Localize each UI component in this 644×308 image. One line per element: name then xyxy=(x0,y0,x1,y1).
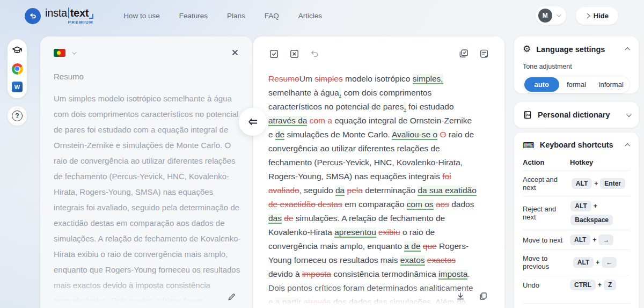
svg-text:Aa: Aa xyxy=(526,113,531,116)
deleted-text[interactable]: aos xyxy=(436,200,449,209)
source-text-panel: ✕ Resumo Um simples modelo isotrópico se… xyxy=(40,36,252,308)
keyboard-shortcuts-header[interactable]: ⌨ Keyboard shortcuts xyxy=(523,133,630,157)
language-settings-header[interactable]: ⚙ Language settings xyxy=(523,36,630,62)
reject-all-button[interactable] xyxy=(289,48,299,59)
inserted-text[interactable]: a partir xyxy=(275,297,301,307)
chevron-down-icon xyxy=(72,50,76,54)
shortcut-keys: ALT+→ xyxy=(570,234,630,245)
inserted-text[interactable]: imposta xyxy=(438,269,467,280)
help-button[interactable]: ? xyxy=(8,106,27,126)
keyboard-icon: ⌨ xyxy=(523,141,535,149)
deleted-text[interactable]: pela xyxy=(347,186,363,195)
tone-option-informal[interactable]: informal xyxy=(594,77,628,92)
deleted-text[interactable]: que xyxy=(423,241,437,251)
edit-pencil-icon[interactable] xyxy=(227,292,236,302)
inserted-text[interactable]: Avaliou-se o xyxy=(392,130,437,140)
keycap: Backspace xyxy=(570,215,613,225)
hide-label: Hide xyxy=(594,12,609,20)
keycap: → xyxy=(598,234,613,245)
tone-option-auto[interactable]: auto xyxy=(524,77,559,92)
chrome-extension-button[interactable] xyxy=(11,62,24,75)
personal-dictionary-header[interactable]: Aa Personal dictionary xyxy=(523,102,630,128)
copy-changes-button[interactable] xyxy=(458,48,469,59)
inserted-text[interactable]: apresentou xyxy=(334,228,376,238)
accept-all-button[interactable] xyxy=(268,48,279,59)
reject-all-icon xyxy=(289,49,299,59)
unchanged-text: consistência termodinâmica xyxy=(331,269,438,278)
cursor-bar xyxy=(68,8,69,18)
shortcut-action: Move to next xyxy=(523,236,562,244)
inserted-text[interactable]: através da xyxy=(268,116,307,126)
deleted-text[interactable]: exibiu xyxy=(378,228,400,237)
deleted-text[interactable]: Resumo xyxy=(268,74,299,83)
inserted-text[interactable]: a de xyxy=(404,241,420,252)
shortcut-keys: ALT+← xyxy=(573,257,630,268)
shortcut-row: Reject and nextALT+Backspace xyxy=(523,196,630,230)
unchanged-text: Um xyxy=(299,74,314,83)
tools-rail: W xyxy=(8,39,27,98)
plus-separator: + xyxy=(594,202,597,210)
deleted-text[interactable]: através xyxy=(304,297,331,306)
shortcut-action: Accept and next xyxy=(523,175,572,192)
deleted-text[interactable]: imposta xyxy=(302,269,331,278)
unchanged-text: modelo isotrópico xyxy=(343,74,413,83)
plus-separator: + xyxy=(596,259,599,266)
deleted-text[interactable]: exactos xyxy=(427,255,456,265)
avatar: M xyxy=(538,9,552,23)
instatext-logo[interactable]: instatext PREMIUM xyxy=(25,7,93,25)
learn-button[interactable] xyxy=(11,44,24,57)
language-settings-card: ⚙ Language settings Tone adjustment auto… xyxy=(514,36,639,93)
nav-features[interactable]: Features xyxy=(179,12,208,20)
portugal-flag-icon xyxy=(54,49,65,57)
deleted-text[interactable]: O xyxy=(440,130,446,139)
chevron-up-icon xyxy=(625,143,630,148)
inserted-text[interactable]: simples, xyxy=(413,74,443,84)
bracket-mark xyxy=(89,14,93,19)
undo-button[interactable] xyxy=(309,48,320,59)
tone-option-formal[interactable]: formal xyxy=(559,77,594,92)
deleted-text[interactable]: de exactidão destas xyxy=(268,200,342,209)
inserted-text[interactable]: da sua exatidão xyxy=(418,186,476,196)
deleted-text[interactable]: simples xyxy=(314,74,343,83)
deleted-text[interactable]: com a xyxy=(310,116,332,125)
nav-plans[interactable]: Plans xyxy=(227,12,245,20)
summary-report-button[interactable] xyxy=(479,48,489,59)
chrome-icon xyxy=(12,63,23,75)
inserted-text[interactable]: de xyxy=(275,130,284,140)
language-selector[interactable] xyxy=(54,49,75,57)
shortcut-keys: ALT+Enter xyxy=(572,178,630,189)
inserted-text[interactable]: exatos xyxy=(400,255,425,266)
clipboard-check-icon xyxy=(479,48,489,59)
keyboard-shortcuts-card: ⌨ Keyboard shortcuts Action Hotkey Accep… xyxy=(514,133,639,308)
source-text[interactable]: Um simples modelo isotrópico semelhante … xyxy=(54,91,245,308)
collapse-panel-button[interactable] xyxy=(239,108,267,136)
keycap: Enter xyxy=(600,178,625,189)
inserted-text[interactable]: com os xyxy=(407,200,434,210)
accept-all-icon xyxy=(269,49,279,59)
nav-how-to-use[interactable]: How to use xyxy=(123,12,160,20)
word-addin-button[interactable]: W xyxy=(11,80,24,93)
hide-button[interactable]: Hide xyxy=(576,7,618,25)
chevron-up-icon xyxy=(625,47,630,53)
unchanged-text: devido à xyxy=(268,269,302,278)
undo-icon xyxy=(310,49,320,59)
inserted-text[interactable]: das xyxy=(268,214,282,224)
close-icon[interactable]: ✕ xyxy=(231,48,239,57)
instatext-logo-icon xyxy=(25,8,41,24)
shortcut-keys: CTRL+Z xyxy=(570,280,630,290)
copy-text-button[interactable] xyxy=(478,291,488,302)
inserted-text[interactable]: da xyxy=(335,186,345,196)
nav-articles[interactable]: Articles xyxy=(298,12,322,20)
improved-text: ResumoUm simples modelo isotrópico simpl… xyxy=(268,72,477,308)
shortcut-action: Reject and next xyxy=(523,205,570,221)
plus-separator: + xyxy=(598,281,602,289)
shortcut-row: Move to previousALT+← xyxy=(523,250,630,275)
tone-segmented-control: autoformalinformal xyxy=(523,76,630,93)
brand-name: instatext xyxy=(45,7,93,19)
keycap: ← xyxy=(602,257,617,268)
account-menu[interactable]: M xyxy=(536,6,566,25)
download-button[interactable] xyxy=(455,291,466,302)
deleted-text[interactable]: de xyxy=(284,214,293,223)
nav-faq[interactable]: FAQ xyxy=(265,12,279,20)
unchanged-text: dados xyxy=(449,200,474,209)
